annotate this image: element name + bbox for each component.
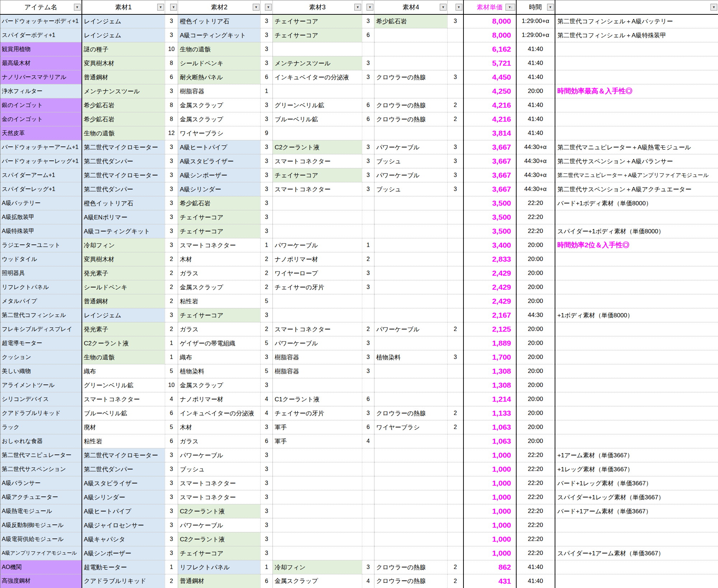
note-cell[interactable] <box>555 42 718 56</box>
item-cell[interactable]: A級バッテリー <box>0 196 82 210</box>
time-cell[interactable]: 41:40 <box>516 56 555 70</box>
material-cell[interactable]: 軍手 <box>273 420 362 434</box>
price-cell[interactable]: 3,814 <box>463 126 516 140</box>
item-cell[interactable]: 第二世代サスペンション <box>0 462 82 476</box>
material-cell[interactable]: 木材 <box>178 252 261 266</box>
material-cell[interactable]: 植物染料 <box>374 350 448 364</box>
qty-cell[interactable]: 3 <box>261 98 273 112</box>
item-cell[interactable]: 美しい織物 <box>0 364 82 378</box>
time-cell[interactable]: 41:40 <box>516 112 555 126</box>
material-cell[interactable] <box>273 84 362 98</box>
qty-cell[interactable]: 3 <box>165 154 178 168</box>
qty-cell[interactable]: 5 <box>165 420 178 434</box>
time-cell[interactable]: 22:20 <box>516 196 555 210</box>
material-cell[interactable]: C1クーラント液 <box>273 392 362 406</box>
note-cell[interactable]: 第二世代サスペンション＋A級バランサー <box>555 154 718 168</box>
qty-cell[interactable] <box>362 308 374 322</box>
material-cell[interactable]: インキュベイターの分泌液 <box>273 70 362 84</box>
material-cell[interactable] <box>273 210 362 224</box>
qty-cell[interactable]: 3 <box>165 238 178 252</box>
qty-cell[interactable]: 3 <box>362 406 374 420</box>
material-cell[interactable] <box>374 42 448 56</box>
material-cell[interactable]: 金属スクラップ <box>178 378 261 392</box>
qty-cell[interactable] <box>448 224 463 238</box>
qty-cell[interactable]: 6 <box>165 434 178 448</box>
note-cell[interactable] <box>555 560 718 574</box>
material-cell[interactable]: クロウラーの熱腺 <box>374 70 448 84</box>
note-cell[interactable] <box>555 378 718 392</box>
material-cell[interactable]: レインジェム <box>82 308 165 322</box>
material-cell[interactable] <box>273 518 362 532</box>
qty-cell[interactable]: 3 <box>448 154 463 168</box>
qty-cell[interactable]: 3 <box>261 14 273 28</box>
qty-cell[interactable]: 3 <box>261 42 273 56</box>
qty-cell[interactable]: 3 <box>261 504 273 518</box>
note-cell[interactable] <box>555 322 718 336</box>
price-cell[interactable]: 2,167 <box>463 308 516 322</box>
qty-cell[interactable]: 6 <box>362 112 374 126</box>
qty-cell[interactable]: 3 <box>362 350 374 364</box>
qty-cell[interactable]: 3 <box>165 140 178 154</box>
note-cell[interactable] <box>555 392 718 406</box>
note-cell[interactable]: 時間効率2位＆入手性◎ <box>555 238 718 252</box>
material-cell[interactable] <box>374 224 448 238</box>
qty-cell[interactable]: 3 <box>448 168 463 182</box>
qty-cell[interactable] <box>448 42 463 56</box>
qty-cell[interactable]: 3 <box>261 154 273 168</box>
material-cell[interactable] <box>273 532 362 546</box>
price-cell[interactable]: 1,000 <box>463 490 516 504</box>
material-cell[interactable]: チェイサーの牙片 <box>273 280 362 294</box>
material-cell[interactable]: A級ジャイロセンサー <box>82 518 165 532</box>
material-cell[interactable] <box>374 28 448 42</box>
qty-cell[interactable]: 2 <box>448 406 463 420</box>
note-cell[interactable] <box>555 406 718 420</box>
qty-cell[interactable] <box>362 546 374 560</box>
material-cell[interactable]: A級シンポーザー <box>82 546 165 560</box>
qty-cell[interactable]: 3 <box>261 140 273 154</box>
material-cell[interactable] <box>374 546 448 560</box>
qty-cell[interactable] <box>362 448 374 462</box>
material-cell[interactable] <box>273 476 362 490</box>
time-cell[interactable]: 44:30+α <box>516 154 555 168</box>
material-cell[interactable] <box>273 42 362 56</box>
material-cell[interactable]: 金属スクラップ <box>273 574 362 588</box>
qty-cell[interactable] <box>362 196 374 210</box>
qty-cell[interactable] <box>448 504 463 518</box>
time-cell[interactable]: 44:30+α <box>516 140 555 154</box>
time-cell[interactable]: 22:20 <box>516 210 555 224</box>
material-cell[interactable] <box>374 210 448 224</box>
item-cell[interactable]: 観賞用植物 <box>0 42 82 56</box>
qty-cell[interactable]: 3 <box>165 532 178 546</box>
material-cell[interactable] <box>374 280 448 294</box>
qty-cell[interactable]: 1 <box>261 84 273 98</box>
filter-button-qty2[interactable]: ▼ <box>265 4 272 10</box>
material-cell[interactable] <box>374 238 448 252</box>
price-cell[interactable]: 862 <box>463 560 516 574</box>
material-cell[interactable]: 軍手 <box>273 434 362 448</box>
qty-cell[interactable] <box>448 378 463 392</box>
material-cell[interactable]: パワーケーブル <box>178 448 261 462</box>
time-cell[interactable]: 41:40 <box>516 560 555 574</box>
material-cell[interactable]: パワーケーブル <box>374 168 448 182</box>
material-cell[interactable]: パワーケーブル <box>273 238 362 252</box>
material-cell[interactable]: スマートコネクター <box>178 476 261 490</box>
qty-cell[interactable]: 3 <box>448 14 463 28</box>
filter-button-mat4[interactable]: ▼ <box>440 4 447 10</box>
material-cell[interactable]: レインジェム <box>82 14 165 28</box>
time-cell[interactable]: 22:20 <box>516 448 555 462</box>
qty-cell[interactable]: 2 <box>165 322 178 336</box>
time-cell[interactable]: 20:00 <box>516 294 555 308</box>
material-cell[interactable] <box>273 308 362 322</box>
note-cell[interactable]: 時間効率最高＆入手性◎ <box>555 84 718 98</box>
qty-cell[interactable]: 2 <box>165 294 178 308</box>
time-cell[interactable]: 22:20 <box>516 546 555 560</box>
price-cell[interactable]: 3,500 <box>463 210 516 224</box>
material-cell[interactable]: ワイヤーロープ <box>273 266 362 280</box>
qty-cell[interactable] <box>362 504 374 518</box>
material-cell[interactable]: クロウラーの熱腺 <box>374 112 448 126</box>
item-cell[interactable]: 金のインゴット <box>0 112 82 126</box>
material-cell[interactable]: クロウラーの熱腺 <box>374 406 448 420</box>
material-cell[interactable]: 樹脂容器 <box>178 84 261 98</box>
filter-button-time[interactable]: ▼ <box>547 4 554 10</box>
qty-cell[interactable]: 8 <box>165 98 178 112</box>
